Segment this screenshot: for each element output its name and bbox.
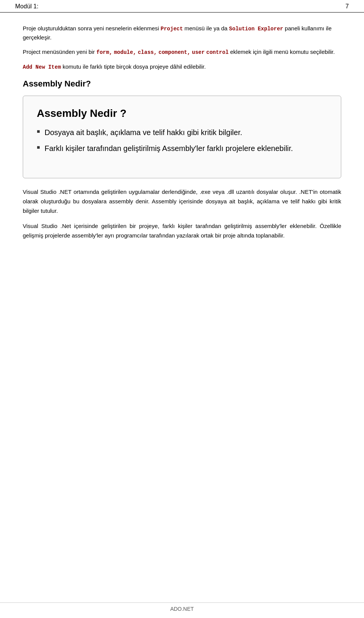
form-code: form, [96, 49, 112, 55]
project-code: Project [161, 26, 183, 32]
class-code: class, [138, 49, 157, 55]
bullet-icon-1: ■ [37, 128, 40, 134]
slide-bullet-text-2: Farklı kişiler tarafından geliştirilmiş … [44, 143, 293, 154]
text-para3-end: komutu ile farklı tipte birçok dosya pro… [61, 63, 206, 70]
text-before-project: Proje oluşturulduktan sonra yeni nesnele… [23, 25, 161, 31]
component-code: component, [158, 49, 190, 55]
intro-paragraph-1: Proje oluşturulduktan sonra yeni nesnele… [23, 24, 341, 42]
footer-label: ADO.NET [170, 606, 194, 612]
text-after-project: menüsü ile ya da [183, 25, 229, 31]
page-number: 7 [345, 3, 349, 10]
control-code: control [206, 49, 229, 55]
user-code: user [192, 49, 205, 55]
text-para2-end: eklemek için ilgili menü komutu seçilebi… [229, 49, 335, 55]
text-para2-start: Project menüsünden yeni bir [23, 49, 96, 55]
intro-paragraph-2: Project menüsünden yeni bir form, module… [23, 47, 341, 57]
body-paragraph-1: Visual Studio .NET ortamında geliştirile… [23, 187, 341, 215]
page-header: Modül 1: 7 [0, 0, 364, 13]
slide-box: Assembly Nedir ? ■ Dosyaya ait başlık, a… [23, 96, 341, 178]
intro-paragraph-3: Add New Item komutu ile farklı tipte bir… [23, 62, 341, 71]
slide-bullet-text-1: Dosyaya ait başlık, açıklama ve telif ha… [44, 127, 242, 138]
page-footer: ADO.NET [0, 602, 364, 612]
section-heading: Assembly Nedir? [23, 79, 341, 89]
slide-bullet-1: ■ Dosyaya ait başlık, açıklama ve telif … [37, 127, 327, 138]
slide-title: Assembly Nedir ? [37, 107, 327, 120]
bullet-icon-2: ■ [37, 144, 40, 150]
main-content: Proje oluşturulduktan sonra yeni nesnele… [0, 13, 364, 258]
page-container: Modül 1: 7 Proje oluşturulduktan sonra y… [0, 0, 364, 618]
solution-explorer-code: Solution Explorer [229, 26, 283, 32]
module-title: Modül 1: [15, 3, 38, 10]
module-code: module, [114, 49, 136, 55]
slide-bullet-2: ■ Farklı kişiler tarafından geliştirilmi… [37, 143, 327, 154]
body-paragraph-2: Visual Studio .Net içerisinde geliştiril… [23, 222, 341, 241]
add-new-item-code: Add New Item [23, 64, 61, 70]
